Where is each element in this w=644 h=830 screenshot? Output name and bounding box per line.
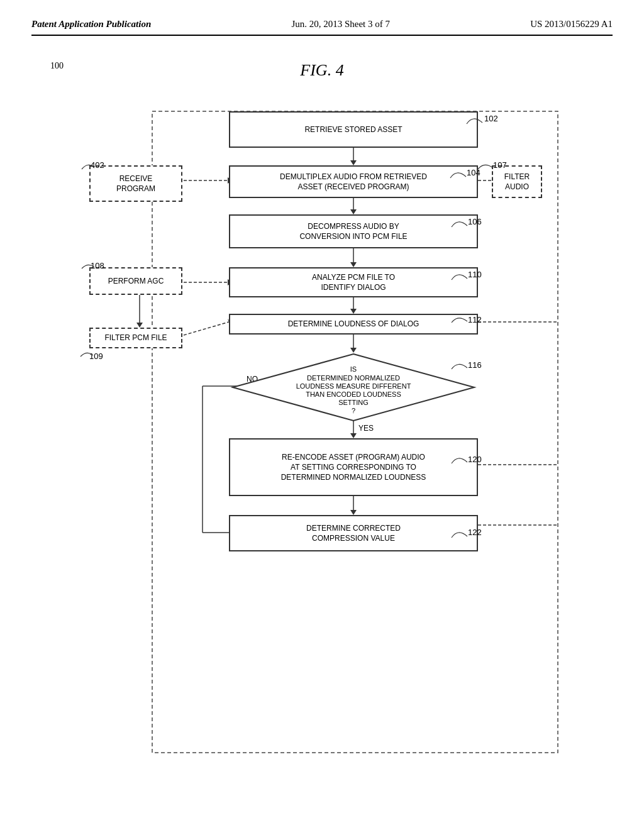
svg-text:THAN ENCODED LOUDNESS: THAN ENCODED LOUDNESS [306,390,401,398]
box-104: DEMULTIPLEX AUDIO FROM RETRIEVED ASSET (… [229,165,478,198]
box-110: ANALYZE PCM FILE TO IDENTIFY DIALOG [229,267,478,297]
svg-text:IS: IS [350,365,357,373]
box-108: PERFORM AGC [89,267,182,295]
diamond-116-svg: IS DETERMINED NORMALIZED LOUDNESS MEASUR… [229,350,478,424]
ref-110: 110 [468,270,482,279]
header-center: Jun. 20, 2013 Sheet 3 of 7 [291,19,390,30]
box-107-label: FILTER AUDIO [504,172,530,192]
box-402-label: RECEIVE PROGRAM [116,174,155,194]
box-122: DETERMINE CORRECTED COMPRESSION VALUE [229,515,478,551]
box-120: RE-ENCODE ASSET (PROGRAM) AUDIO AT SETTI… [229,438,478,496]
svg-text:SETTING: SETTING [338,399,369,406]
ref-122: 122 [468,528,482,537]
ref-102: 102 [484,114,498,123]
ref-108: 108 [91,261,104,270]
box-110-label: ANALYZE PCM FILE TO IDENTIFY DIALOG [312,272,395,292]
ref-116: 116 [468,360,482,370]
header-left: Patent Application Publication [31,19,151,30]
box-102-label: RETRIEVE STORED ASSET [304,124,402,135]
figure-label-row: 100 FIG. 4 [31,61,613,99]
svg-text:NO: NO [247,375,258,384]
box-120-label: RE-ENCODE ASSET (PROGRAM) AUDIO AT SETTI… [281,452,426,483]
svg-marker-4 [350,209,357,214]
ref-109: 109 [89,351,103,361]
box-106-label: DECOMPRESS AUDIO BY CONVERSION INTO PCM … [299,221,407,241]
box-104-label: DEMULTIPLEX AUDIO FROM RETRIEVED ASSET (… [280,172,427,192]
svg-text:YES: YES [358,424,374,433]
svg-marker-6 [350,262,357,267]
svg-text:?: ? [352,407,355,414]
box-107: FILTER AUDIO [492,165,542,198]
svg-marker-10 [350,348,357,353]
svg-marker-12 [350,433,357,438]
box-109-label: FILTER PCM FILE [104,333,167,343]
box-102: RETRIEVE STORED ASSET [229,111,478,148]
svg-marker-15 [350,510,357,515]
svg-text:LOUDNESS MEASURE DIFFERENT: LOUDNESS MEASURE DIFFERENT [296,382,411,390]
svg-marker-8 [350,309,357,314]
svg-marker-33 [233,354,474,421]
page-header: Patent Application Publication Jun. 20, … [31,19,613,36]
flowchart-wrapper: YES NO [77,105,567,765]
ref-120: 120 [468,455,482,464]
box-106: DECOMPRESS AUDIO BY CONVERSION INTO PCM … [229,214,478,248]
svg-marker-2 [350,160,357,165]
figure-title: FIG. 4 [31,61,613,80]
ref-100-label: 100 [50,61,64,71]
ref-107: 107 [493,160,507,170]
figure-area: 100 FIG. 4 [31,48,613,765]
svg-line-28 [184,322,229,335]
ref-112: 112 [468,315,482,324]
ref-402: 402 [91,160,104,170]
page: Patent Application Publication Jun. 20, … [0,0,644,830]
box-112: DETERMINE LOUDNESS OF DIALOG [229,314,478,335]
header-right: US 2013/0156229 A1 [530,19,613,30]
ref-104: 104 [467,168,480,177]
connector-svg: YES NO [77,105,567,765]
box-112-label: DETERMINE LOUDNESS OF DIALOG [288,319,419,329]
box-402: RECEIVE PROGRAM [89,165,182,202]
ref-116-arrow [445,358,470,373]
box-109: FILTER PCM FILE [89,328,182,348]
svg-rect-0 [152,111,558,753]
svg-text:DETERMINED NORMALIZED: DETERMINED NORMALIZED [307,374,400,382]
ref-106: 106 [468,217,482,226]
box-108-label: PERFORM AGC [108,276,164,286]
box-122-label: DETERMINE CORRECTED COMPRESSION VALUE [306,523,401,543]
svg-marker-27 [136,323,143,328]
